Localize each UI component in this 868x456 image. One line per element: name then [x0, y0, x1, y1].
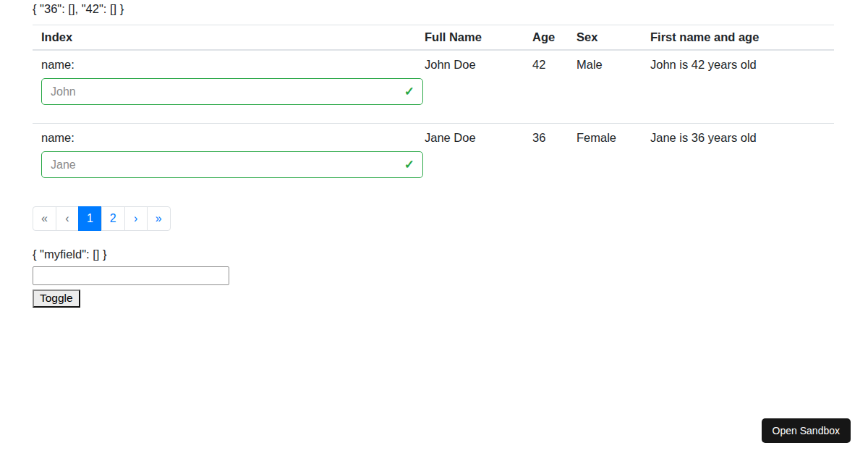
cell-age: 42 [524, 50, 568, 124]
cell-full-name: Jane Doe [416, 124, 524, 197]
cell-index: name: ✓ [33, 124, 416, 197]
prev-page-icon[interactable]: ‹ [56, 206, 79, 231]
name-input[interactable] [41, 151, 423, 178]
name-field-label: name: [41, 58, 407, 72]
table-header-row: Index Full Name Age Sex First name and a… [33, 25, 834, 51]
name-field-label: name: [41, 131, 407, 145]
table-row: name: ✓ Jane Doe 36 Female Jane is 36 ye… [33, 124, 834, 197]
cell-index: name: ✓ [33, 50, 416, 124]
cell-sex: Male [568, 50, 642, 124]
name-input-wrapper: ✓ [41, 78, 423, 105]
cell-first-name-and-age: Jane is 36 years old [642, 124, 834, 197]
pagination-first[interactable]: « [33, 206, 56, 231]
next-page-icon[interactable]: › [124, 206, 148, 231]
state-json-myfield: { "myfield": [] } [33, 248, 835, 261]
cell-sex: Female [568, 124, 642, 197]
myfield-input[interactable] [33, 266, 229, 285]
column-header-sex: Sex [568, 25, 642, 51]
table-row: name: ✓ John Doe 42 Male John is 42 year… [33, 50, 834, 124]
pagination-prev[interactable]: ‹ [56, 206, 79, 231]
page-number-link[interactable]: 2 [101, 206, 125, 231]
people-table: Index Full Name Age Sex First name and a… [33, 25, 834, 196]
toggle-button[interactable]: Toggle [33, 290, 80, 308]
pagination: « ‹ 1 2 › » [33, 206, 171, 231]
cell-full-name: John Doe [416, 50, 524, 124]
last-page-icon[interactable]: » [147, 206, 171, 231]
pagination-next[interactable]: › [125, 206, 148, 231]
open-sandbox-button[interactable]: Open Sandbox [762, 418, 851, 443]
pagination-last[interactable]: » [148, 206, 171, 231]
first-page-icon[interactable]: « [33, 206, 56, 231]
cell-age: 36 [524, 124, 568, 197]
pagination-page-2[interactable]: 2 [102, 206, 125, 231]
state-json-ages: { "36": [], "42": [] } [33, 2, 835, 16]
column-header-index: Index [33, 25, 416, 51]
column-header-full-name: Full Name [416, 25, 524, 51]
cell-first-name-and-age: John is 42 years old [642, 50, 834, 124]
column-header-age: Age [524, 25, 568, 51]
page-number-link[interactable]: 1 [78, 206, 102, 231]
name-input[interactable] [41, 78, 423, 105]
name-input-wrapper: ✓ [41, 151, 423, 178]
page-container: { "36": [], "42": [] } Index Full Name A… [0, 0, 868, 308]
pagination-page-1[interactable]: 1 [79, 206, 102, 231]
column-header-first-name-and-age: First name and age [642, 25, 834, 51]
